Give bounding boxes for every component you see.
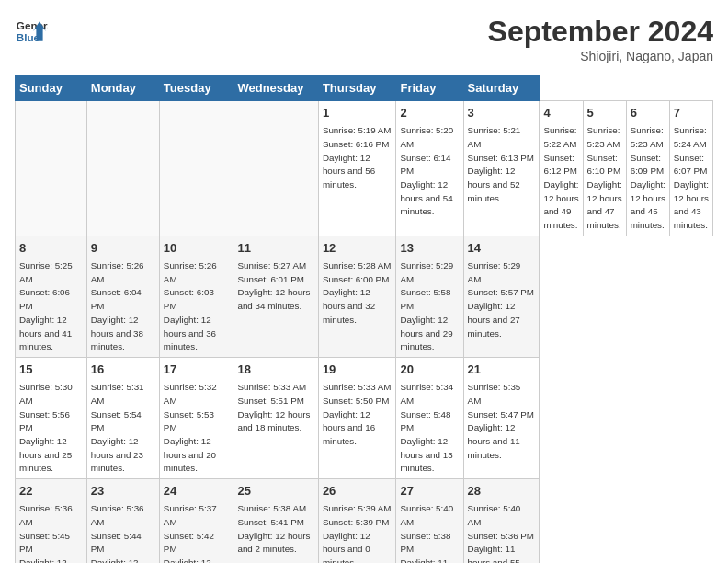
calendar-cell	[233, 101, 318, 236]
day-number: 26	[323, 483, 392, 500]
calendar-cell: 15 Sunrise: 5:30 AMSunset: 5:56 PMDaylig…	[16, 357, 87, 478]
day-number: 6	[631, 105, 665, 121]
day-number: 16	[91, 362, 155, 378]
column-header-friday: Friday	[396, 75, 463, 101]
day-info: Sunrise: 5:26 AMSunset: 6:04 PMDaylight:…	[91, 260, 144, 351]
day-info: Sunrise: 5:29 AMSunset: 5:57 PMDaylight:…	[468, 260, 534, 339]
calendar-cell: 16 Sunrise: 5:31 AMSunset: 5:54 PMDaylig…	[86, 357, 159, 478]
title-block: September 2024 Shiojiri, Nagano, Japan	[488, 15, 713, 63]
day-number: 28	[468, 483, 536, 500]
day-number: 22	[19, 483, 83, 500]
day-number: 13	[400, 240, 459, 257]
calendar-cell: 18 Sunrise: 5:33 AMSunset: 5:51 PMDaylig…	[233, 357, 318, 478]
calendar-week-4: 22 Sunrise: 5:36 AMSunset: 5:45 PMDaylig…	[16, 479, 713, 563]
calendar-week-3: 15 Sunrise: 5:30 AMSunset: 5:56 PMDaylig…	[16, 357, 713, 478]
calendar-cell: 2 Sunrise: 5:20 AMSunset: 6:14 PMDayligh…	[396, 101, 463, 236]
calendar-cell: 17 Sunrise: 5:32 AMSunset: 5:53 PMDaylig…	[159, 357, 233, 478]
calendar-cell: 8 Sunrise: 5:25 AMSunset: 6:06 PMDayligh…	[16, 236, 87, 357]
logo: General Blue	[15, 15, 48, 48]
column-header-sunday: Sunday	[16, 75, 87, 101]
calendar-cell	[86, 101, 159, 236]
day-info: Sunrise: 5:33 AMSunset: 5:50 PMDaylight:…	[323, 382, 392, 446]
calendar-cell: 10 Sunrise: 5:26 AMSunset: 6:03 PMDaylig…	[159, 236, 233, 357]
day-info: Sunrise: 5:23 AMSunset: 6:09 PMDaylight:…	[631, 125, 665, 230]
day-number: 9	[91, 240, 155, 257]
day-info: Sunrise: 5:37 AMSunset: 5:42 PMDaylight:…	[164, 503, 217, 563]
day-info: Sunrise: 5:40 AMSunset: 5:36 PMDaylight:…	[468, 503, 534, 563]
calendar-week-2: 8 Sunrise: 5:25 AMSunset: 6:06 PMDayligh…	[16, 236, 713, 357]
day-number: 7	[674, 105, 709, 121]
calendar-cell	[159, 101, 233, 236]
calendar-cell: 24 Sunrise: 5:37 AMSunset: 5:42 PMDaylig…	[159, 479, 233, 563]
day-info: Sunrise: 5:32 AMSunset: 5:53 PMDaylight:…	[164, 382, 217, 473]
day-info: Sunrise: 5:22 AMSunset: 6:12 PMDaylight:…	[543, 125, 578, 230]
day-number: 27	[400, 483, 459, 500]
calendar-header-row: SundayMondayTuesdayWednesdayThursdayFrid…	[16, 75, 713, 101]
day-info: Sunrise: 5:34 AMSunset: 5:48 PMDaylight:…	[400, 382, 453, 473]
column-header-thursday: Thursday	[318, 75, 396, 101]
day-number: 24	[164, 483, 230, 500]
calendar-cell: 6 Sunrise: 5:23 AMSunset: 6:09 PMDayligh…	[626, 101, 669, 236]
day-number: 11	[237, 240, 313, 257]
day-info: Sunrise: 5:38 AMSunset: 5:41 PMDaylight:…	[237, 503, 310, 554]
calendar-cell: 12 Sunrise: 5:28 AMSunset: 6:00 PMDaylig…	[318, 236, 396, 357]
day-info: Sunrise: 5:24 AMSunset: 6:07 PMDaylight:…	[674, 125, 709, 230]
day-number: 19	[323, 362, 392, 378]
day-number: 5	[587, 105, 622, 121]
calendar-cell: 9 Sunrise: 5:26 AMSunset: 6:04 PMDayligh…	[86, 236, 159, 357]
day-info: Sunrise: 5:21 AMSunset: 6:13 PMDaylight:…	[468, 125, 534, 203]
day-number: 4	[543, 105, 578, 121]
day-number: 15	[19, 362, 83, 378]
calendar-cell: 26 Sunrise: 5:39 AMSunset: 5:39 PMDaylig…	[318, 479, 396, 563]
day-number: 12	[323, 240, 392, 257]
day-number: 17	[164, 362, 230, 378]
page-header: General Blue September 2024 Shiojiri, Na…	[15, 15, 713, 63]
calendar-table: SundayMondayTuesdayWednesdayThursdayFrid…	[15, 75, 713, 563]
column-header-monday: Monday	[86, 75, 159, 101]
logo-icon: General Blue	[15, 15, 48, 48]
day-number: 23	[91, 483, 155, 500]
calendar-cell: 3 Sunrise: 5:21 AMSunset: 6:13 PMDayligh…	[463, 101, 540, 236]
day-info: Sunrise: 5:23 AMSunset: 6:10 PMDaylight:…	[587, 125, 622, 230]
day-info: Sunrise: 5:30 AMSunset: 5:56 PMDaylight:…	[19, 382, 73, 473]
day-info: Sunrise: 5:39 AMSunset: 5:39 PMDaylight:…	[323, 503, 392, 563]
calendar-cell: 28 Sunrise: 5:40 AMSunset: 5:36 PMDaylig…	[463, 479, 540, 563]
day-number: 14	[468, 240, 536, 257]
calendar-week-1: 1 Sunrise: 5:19 AMSunset: 6:16 PMDayligh…	[16, 101, 713, 236]
calendar-cell	[16, 101, 87, 236]
day-number: 25	[237, 483, 313, 500]
day-info: Sunrise: 5:31 AMSunset: 5:54 PMDaylight:…	[91, 382, 144, 473]
calendar-cell: 19 Sunrise: 5:33 AMSunset: 5:50 PMDaylig…	[318, 357, 396, 478]
day-number: 3	[468, 105, 536, 121]
calendar-cell: 20 Sunrise: 5:34 AMSunset: 5:48 PMDaylig…	[396, 357, 463, 478]
month-year-title: September 2024	[488, 15, 713, 49]
calendar-cell: 1 Sunrise: 5:19 AMSunset: 6:16 PMDayligh…	[318, 101, 396, 236]
day-info: Sunrise: 5:29 AMSunset: 5:58 PMDaylight:…	[400, 260, 453, 351]
calendar-cell: 22 Sunrise: 5:36 AMSunset: 5:45 PMDaylig…	[16, 479, 87, 563]
calendar-cell: 13 Sunrise: 5:29 AMSunset: 5:58 PMDaylig…	[396, 236, 463, 357]
column-header-tuesday: Tuesday	[159, 75, 233, 101]
day-info: Sunrise: 5:33 AMSunset: 5:51 PMDaylight:…	[237, 382, 310, 432]
day-info: Sunrise: 5:36 AMSunset: 5:45 PMDaylight:…	[19, 503, 73, 563]
day-number: 1	[323, 105, 392, 121]
day-info: Sunrise: 5:28 AMSunset: 6:00 PMDaylight:…	[323, 260, 392, 325]
day-number: 10	[164, 240, 230, 257]
day-info: Sunrise: 5:25 AMSunset: 6:06 PMDaylight:…	[19, 260, 73, 351]
calendar-cell: 21 Sunrise: 5:35 AMSunset: 5:47 PMDaylig…	[463, 357, 540, 478]
calendar-cell: 14 Sunrise: 5:29 AMSunset: 5:57 PMDaylig…	[463, 236, 540, 357]
svg-text:General: General	[17, 19, 48, 31]
day-number: 2	[400, 105, 459, 121]
column-header-saturday: Saturday	[463, 75, 540, 101]
calendar-cell: 23 Sunrise: 5:36 AMSunset: 5:44 PMDaylig…	[86, 479, 159, 563]
day-info: Sunrise: 5:27 AMSunset: 6:01 PMDaylight:…	[237, 260, 310, 311]
day-number: 21	[468, 362, 536, 378]
calendar-cell: 7 Sunrise: 5:24 AMSunset: 6:07 PMDayligh…	[669, 101, 712, 236]
day-info: Sunrise: 5:19 AMSunset: 6:16 PMDaylight:…	[323, 125, 392, 190]
calendar-cell: 5 Sunrise: 5:23 AMSunset: 6:10 PMDayligh…	[583, 101, 626, 236]
day-info: Sunrise: 5:35 AMSunset: 5:47 PMDaylight:…	[468, 382, 534, 460]
day-info: Sunrise: 5:26 AMSunset: 6:03 PMDaylight:…	[164, 260, 217, 351]
calendar-cell: 11 Sunrise: 5:27 AMSunset: 6:01 PMDaylig…	[233, 236, 318, 357]
day-info: Sunrise: 5:40 AMSunset: 5:38 PMDaylight:…	[400, 503, 453, 563]
calendar-cell: 25 Sunrise: 5:38 AMSunset: 5:41 PMDaylig…	[233, 479, 318, 563]
calendar-cell: 27 Sunrise: 5:40 AMSunset: 5:38 PMDaylig…	[396, 479, 463, 563]
